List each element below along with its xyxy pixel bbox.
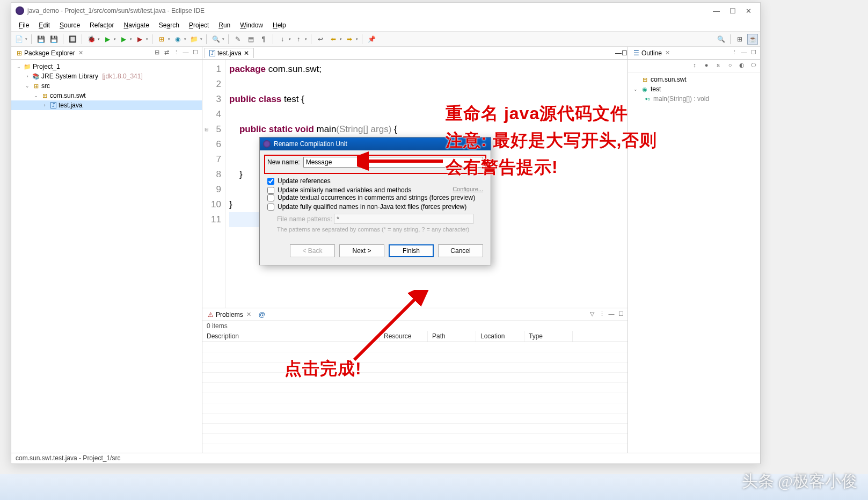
focus-icon[interactable]: ⎔ <box>749 62 758 70</box>
menu-file[interactable]: File <box>14 20 33 30</box>
col-type[interactable]: Type <box>524 331 573 342</box>
view-menu-icon[interactable]: ⋮ <box>597 310 606 319</box>
tree-file[interactable]: ›🄹test.java <box>11 100 202 110</box>
close-button[interactable]: ✕ <box>746 7 752 15</box>
save-icon[interactable]: 💾 <box>35 34 46 45</box>
ext-tools-icon[interactable]: ▶ <box>134 34 145 45</box>
outline-package[interactable]: ⊞com.sun.swt <box>628 75 760 84</box>
editor-tab-test[interactable]: 🄹 test.java ✕ <box>205 48 254 58</box>
search-icon[interactable]: 🔍 <box>210 34 221 45</box>
menu-window[interactable]: Window <box>236 20 267 30</box>
new-icon[interactable]: 📄 <box>13 34 24 45</box>
editor-tabs: 🄹 test.java ✕ — ☐ <box>202 47 628 60</box>
package-explorer-tab: ⊞ Package Explorer ✕ ⊟ ⇄ ⋮ — ☐ <box>11 47 202 60</box>
maximize-button[interactable]: ☐ <box>730 7 736 15</box>
pin-icon[interactable]: 📌 <box>366 34 377 45</box>
view-menu-icon[interactable]: ⋮ <box>730 49 739 57</box>
last-edit-icon[interactable]: ↩ <box>315 34 326 45</box>
new-folder-icon[interactable]: 📁 <box>188 34 199 45</box>
menu-edit[interactable]: Edit <box>34 20 54 30</box>
view-menu-icon[interactable]: ⋮ <box>172 49 180 57</box>
package-explorer-title: Package Explorer <box>24 49 75 57</box>
new-class-icon[interactable]: ◉ <box>172 34 183 45</box>
annotation-text-4: 点击完成! <box>285 357 362 381</box>
menu-run[interactable]: Run <box>214 20 235 30</box>
close-icon[interactable]: ✕ <box>246 311 251 318</box>
hide-static-icon[interactable]: s <box>714 62 723 70</box>
maximize-view-icon[interactable]: ☐ <box>191 49 200 57</box>
toolbar: 📄▾ 💾 💾 🔲 🐞▾ ▶▾ ▶▾ ▶▾ ⊞▾ ◉▾ 📁▾ 🔍▾ ✎ ▤ ¶ ↓… <box>11 32 760 47</box>
menu-search[interactable]: Search <box>155 20 184 30</box>
save-all-icon[interactable]: 💾 <box>48 34 59 45</box>
hide-nonpublic-icon[interactable]: ○ <box>726 62 734 70</box>
filter-icon[interactable]: ▽ <box>588 310 596 319</box>
minimize-view-icon[interactable]: — <box>607 310 616 319</box>
window-title: java_demo - Project_1/src/com/sun/swt/te… <box>27 7 713 15</box>
col-path[interactable]: Path <box>428 331 476 342</box>
java-perspective-icon[interactable]: ☕ <box>747 34 758 45</box>
toggle-block-icon[interactable]: ▤ <box>245 34 256 45</box>
col-resource[interactable]: Resource <box>380 331 428 342</box>
package-explorer-view: ⊞ Package Explorer ✕ ⊟ ⇄ ⋮ — ☐ ⌄📁Project… <box>11 47 202 453</box>
back-icon[interactable]: ⬅ <box>328 34 339 45</box>
annotation-text-1: 重命名 java源代码文件 <box>446 102 628 126</box>
problems-count: 0 items <box>202 321 628 331</box>
minimize-view-icon[interactable]: — <box>181 49 190 57</box>
tree-jre[interactable]: ›📚JRE System Library [jdk1.8.0_341] <box>11 71 202 81</box>
tree-package[interactable]: ⌄⊞com.sun.swt <box>11 91 202 100</box>
debug-icon[interactable]: 🐞 <box>86 34 97 45</box>
next-annotation-icon[interactable]: ↓ <box>277 34 288 45</box>
maximize-view-icon[interactable]: ☐ <box>617 310 625 319</box>
outline-method[interactable]: ●smain(String[]) : void <box>628 94 760 104</box>
open-perspective-icon[interactable]: ⊞ <box>734 34 745 45</box>
new-package-icon[interactable]: ⊞ <box>156 34 167 45</box>
menu-project[interactable]: Project <box>185 20 213 30</box>
menu-refactor[interactable]: Refactor <box>85 20 118 30</box>
minimize-editor-icon[interactable]: — <box>615 49 622 57</box>
coverage-icon[interactable]: ▶ <box>118 34 129 45</box>
titlebar: java_demo - Project_1/src/com/sun/swt/te… <box>11 3 760 19</box>
finish-button[interactable]: Finish <box>389 244 434 257</box>
hide-local-icon[interactable]: ◐ <box>738 62 746 70</box>
outline-class[interactable]: ⌄◉test <box>628 84 760 94</box>
minimize-view-icon[interactable]: — <box>740 49 748 57</box>
eclipse-icon <box>263 140 271 148</box>
maximize-editor-icon[interactable]: ☐ <box>622 49 628 57</box>
update-textual-checkbox[interactable]: Update textual occurrences in comments a… <box>267 194 483 201</box>
maximize-view-icon[interactable]: ☐ <box>749 49 758 57</box>
menu-help[interactable]: Help <box>268 20 290 30</box>
tree-src[interactable]: ⌄⊞src <box>11 81 202 91</box>
col-location[interactable]: Location <box>476 331 524 342</box>
cancel-button[interactable]: Cancel <box>438 244 483 257</box>
tree-project[interactable]: ⌄📁Project_1 <box>11 62 202 71</box>
run-icon[interactable]: ▶ <box>102 34 113 45</box>
pattern-input <box>334 214 473 224</box>
close-icon[interactable]: ✕ <box>665 49 670 56</box>
collapse-all-icon[interactable]: ⊟ <box>152 49 161 57</box>
menubar: File Edit Source Refactor Navigate Searc… <box>11 19 760 32</box>
close-icon[interactable]: ✕ <box>244 49 249 57</box>
quick-access-icon[interactable]: 🔍 <box>716 34 726 45</box>
dialog-title: Rename Compilation Unit <box>274 140 347 148</box>
problems-header: Description Resource Path Location Type <box>202 331 628 342</box>
sort-icon[interactable]: ↕ <box>690 62 699 70</box>
link-editor-icon[interactable]: ⇄ <box>162 49 171 57</box>
outline-icon: ☰ <box>633 49 639 57</box>
col-description[interactable]: Description <box>202 331 380 342</box>
next-button[interactable]: Next > <box>339 244 384 257</box>
toggle-mark-icon[interactable]: ✎ <box>232 34 243 45</box>
show-whitespace-icon[interactable]: ¶ <box>258 34 269 45</box>
package-tree: ⌄📁Project_1 ›📚JRE System Library [jdk1.8… <box>11 60 202 112</box>
open-type-icon[interactable]: 🔲 <box>67 34 78 45</box>
close-icon[interactable]: ✕ <box>78 49 83 56</box>
minimize-button[interactable]: — <box>713 7 720 15</box>
hide-fields-icon[interactable]: ● <box>702 62 711 70</box>
java-file-icon: 🄹 <box>209 50 215 56</box>
menu-navigate[interactable]: Navigate <box>119 20 153 30</box>
update-qualified-checkbox[interactable]: Update fully qualified names in non-Java… <box>267 203 483 211</box>
menu-source[interactable]: Source <box>55 20 84 30</box>
javadoc-tab-icon[interactable]: @ <box>259 311 265 318</box>
eclipse-icon <box>16 6 24 15</box>
forward-icon[interactable]: ➡ <box>344 34 355 45</box>
prev-annotation-icon[interactable]: ↑ <box>293 34 304 45</box>
